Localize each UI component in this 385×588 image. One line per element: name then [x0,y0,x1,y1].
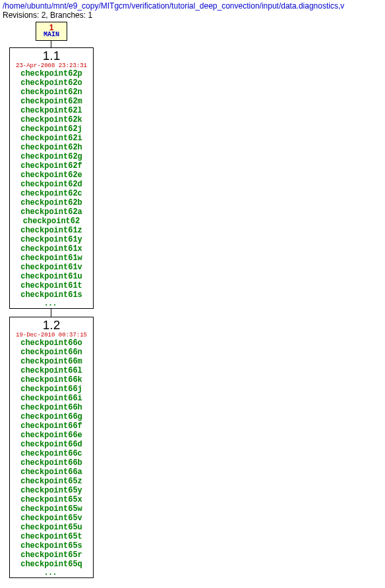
tag[interactable]: checkpoint62j [10,124,93,134]
revision-number: 1.1 [10,49,93,63]
ellipsis-icon[interactable]: ... [10,300,93,306]
tag[interactable]: checkpoint61u [10,272,93,281]
tag[interactable]: checkpoint62f [10,161,93,171]
tag[interactable]: checkpoint61y [10,235,93,244]
revision-node-1-1[interactable]: 1.1 23-Apr-2008 23:23:31 checkpoint62p c… [9,47,94,309]
tag[interactable]: checkpoint66o [10,338,93,348]
tag[interactable]: checkpoint65y [10,486,93,495]
tag[interactable]: checkpoint61w [10,254,93,263]
tag[interactable]: checkpoint65w [10,504,93,514]
tag[interactable]: checkpoint66f [10,421,93,431]
tag[interactable]: checkpoint66l [10,366,93,375]
tag[interactable]: checkpoint62k [10,115,93,124]
tag[interactable]: checkpoint65s [10,541,93,550]
revision-node-1-2[interactable]: 1.2 19-Dec-2010 00:37:15 checkpoint66o c… [9,317,94,578]
tag[interactable]: checkpoint66d [10,440,93,449]
tag[interactable]: checkpoint66c [10,449,93,458]
ellipsis-icon[interactable]: ... [10,569,93,575]
tag[interactable]: checkpoint62h [10,143,93,152]
tag[interactable]: checkpoint66n [10,348,93,357]
tag[interactable]: checkpoint65r [10,550,93,560]
tag[interactable]: checkpoint65v [10,514,93,523]
tag[interactable]: checkpoint62b [10,198,93,207]
tag[interactable]: checkpoint66a [10,468,93,477]
file-path: /home/ubuntu/mnt/e9_copy/MITgcm/verifica… [3,1,382,11]
tag[interactable]: checkpoint66m [10,357,93,366]
tag[interactable]: checkpoint61t [10,281,93,290]
connector [51,41,51,47]
tag[interactable]: checkpoint62c [10,189,93,198]
tag[interactable]: checkpoint65x [10,495,93,504]
tag[interactable]: checkpoint62i [10,134,93,143]
tag[interactable]: checkpoint66g [10,412,93,421]
tag[interactable]: checkpoint62d [10,180,93,189]
tag[interactable]: checkpoint61v [10,263,93,272]
tag[interactable]: checkpoint66k [10,375,93,385]
revision-number: 1.2 [10,319,93,332]
tag[interactable]: checkpoint62g [10,152,93,161]
tag[interactable]: checkpoint61z [10,226,93,235]
branch-node-main[interactable]: 1 MAIN [36,22,67,41]
connector [51,309,51,317]
tag[interactable]: checkpoint62o [10,78,93,88]
tag-list: checkpoint62p checkpoint62o checkpoint62… [10,69,93,300]
revision-date: 19-Dec-2010 00:37:15 [10,332,93,338]
tag[interactable]: checkpoint66e [10,431,93,440]
header: /home/ubuntu/mnt/e9_copy/MITgcm/verifica… [0,0,385,20]
tag[interactable]: checkpoint62m [10,97,93,106]
tag[interactable]: checkpoint61x [10,244,93,254]
tag[interactable]: checkpoint65t [10,532,93,541]
tag[interactable]: checkpoint62l [10,106,93,115]
revision-meta: Revisions: 2, Branches: 1 [3,11,382,20]
tag[interactable]: checkpoint65u [10,523,93,532]
tag[interactable]: checkpoint66h [10,403,93,412]
tag[interactable]: checkpoint66b [10,458,93,468]
revision-graph: 1 MAIN 1.1 23-Apr-2008 23:23:31 checkpoi… [9,22,108,578]
tag[interactable]: checkpoint62e [10,171,93,180]
tag[interactable]: checkpoint66j [10,385,93,394]
tag[interactable]: checkpoint65z [10,477,93,486]
tag[interactable]: checkpoint62p [10,69,93,78]
branch-label: MAIN [36,32,67,38]
revision-date: 23-Apr-2008 23:23:31 [10,63,93,69]
tag[interactable]: checkpoint62n [10,88,93,97]
tag[interactable]: checkpoint66i [10,394,93,403]
tag-list: checkpoint66o checkpoint66n checkpoint66… [10,338,93,569]
tag[interactable]: checkpoint62a [10,207,93,217]
tag[interactable]: checkpoint62 [10,217,93,226]
